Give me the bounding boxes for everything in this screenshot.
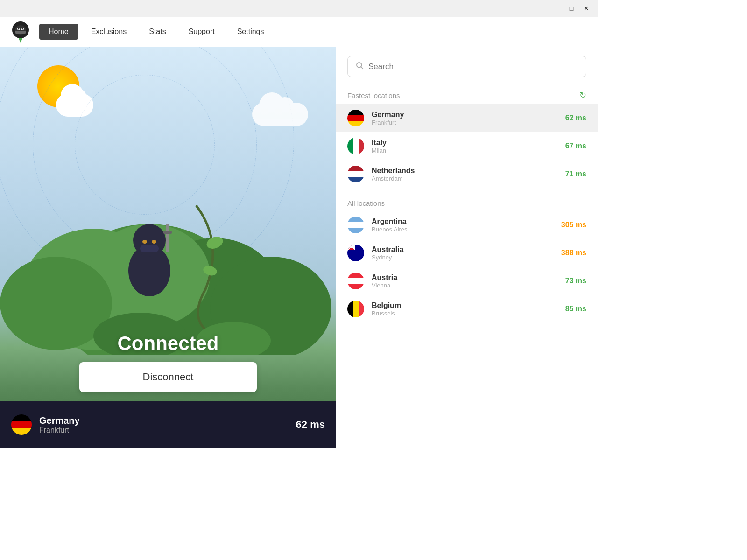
svg-line-27 (361, 67, 363, 69)
italy-city: Milan (372, 147, 558, 154)
belgium-city: Brussels (372, 310, 558, 317)
nav-home[interactable]: Home (39, 24, 78, 40)
flag-italy (347, 138, 364, 154)
germany-country: Germany (372, 111, 558, 119)
italy-ping: 67 ms (565, 142, 586, 150)
minimize-button[interactable]: — (549, 2, 564, 15)
cloud-illustration (252, 103, 308, 126)
location-item-netherlands[interactable]: Netherlands Amsterdam 71 ms (336, 160, 598, 188)
netherlands-city: Amsterdam (372, 175, 558, 182)
nav-settings[interactable]: Settings (228, 24, 274, 40)
argentina-info: Argentina Buenos Aires (372, 217, 554, 233)
svg-marker-8 (19, 38, 22, 43)
search-icon (355, 61, 364, 72)
austria-info: Austria Vienna (372, 273, 558, 289)
svg-rect-7 (15, 31, 26, 34)
fastest-locations-label: Fastest locations (347, 91, 400, 99)
austria-country: Austria (372, 273, 558, 282)
all-locations-label: All locations (347, 199, 385, 207)
bottom-bar: Germany Frankfurt 62 ms (0, 401, 336, 448)
svg-point-23 (152, 240, 156, 244)
australia-ping: 388 ms (561, 249, 586, 257)
belgium-ping: 85 ms (565, 305, 586, 313)
flag-netherlands (347, 166, 364, 182)
bottom-country: Germany (39, 415, 289, 426)
australia-city: Sydney (372, 254, 554, 261)
argentina-ping: 305 ms (561, 221, 586, 229)
location-item-belgium[interactable]: Belgium Brussels 85 ms (336, 295, 598, 323)
right-panel: Fastest locations ↻ Germany Frankfurt 62… (336, 47, 598, 448)
italy-info: Italy Milan (372, 139, 558, 154)
disconnect-button[interactable]: Disconnect (79, 362, 257, 392)
nav-exclusions[interactable]: Exclusions (82, 24, 136, 40)
australia-info: Australia Sydney (372, 245, 554, 261)
nav-bar: Home Exclusions Stats Support Settings (0, 17, 598, 47)
netherlands-ping: 71 ms (565, 170, 586, 178)
flag-argentina (347, 217, 364, 233)
bottom-city: Frankfurt (39, 426, 289, 434)
app-logo (9, 21, 32, 43)
svg-rect-21 (140, 245, 159, 252)
belgium-info: Belgium Brussels (372, 301, 558, 317)
italy-country: Italy (372, 139, 558, 147)
location-item-australia[interactable]: Australia Sydney 388 ms (336, 239, 598, 267)
flag-australia (347, 245, 364, 261)
close-button[interactable]: ✕ (579, 2, 594, 15)
fastest-locations-header: Fastest locations ↻ (336, 86, 598, 104)
nav-support[interactable]: Support (179, 24, 224, 40)
svg-rect-25 (163, 231, 172, 234)
refresh-button[interactable]: ↻ (579, 90, 586, 100)
title-bar: — □ ✕ (0, 0, 598, 17)
germany-city: Frankfurt (372, 119, 558, 126)
left-panel: Connected Disconnect Germany Frankfurt 6… (0, 47, 336, 448)
austria-ping: 73 ms (565, 277, 586, 285)
connected-status-text: Connected (0, 332, 336, 355)
location-item-italy[interactable]: Italy Milan 67 ms (336, 132, 598, 160)
maximize-button[interactable]: □ (564, 2, 579, 15)
location-item-austria[interactable]: Austria Vienna 73 ms (336, 267, 598, 295)
flag-germany (347, 110, 364, 126)
bottom-flag (11, 414, 32, 435)
svg-point-4 (18, 28, 20, 30)
belgium-country: Belgium (372, 301, 558, 310)
svg-point-22 (142, 240, 147, 244)
svg-point-5 (22, 28, 23, 30)
flag-belgium (347, 301, 364, 317)
all-locations-header: All locations (336, 196, 598, 211)
nav-stats[interactable]: Stats (140, 24, 175, 40)
search-input[interactable] (368, 62, 578, 71)
argentina-city: Buenos Aires (372, 226, 554, 233)
bottom-ping: 62 ms (296, 419, 325, 431)
flag-austria (347, 273, 364, 289)
australia-country: Australia (372, 245, 554, 254)
svg-point-26 (357, 63, 362, 68)
germany-info: Germany Frankfurt (372, 111, 558, 126)
germany-ping: 62 ms (565, 114, 586, 122)
location-item-argentina[interactable]: Argentina Buenos Aires 305 ms (336, 211, 598, 239)
argentina-country: Argentina (372, 217, 554, 226)
netherlands-country: Netherlands (372, 167, 558, 175)
bottom-location-info: Germany Frankfurt (39, 415, 289, 434)
location-item-germany-fast[interactable]: Germany Frankfurt 62 ms (336, 104, 598, 132)
svg-rect-24 (166, 224, 169, 252)
search-box (347, 56, 586, 77)
netherlands-info: Netherlands Amsterdam (372, 167, 558, 182)
austria-city: Vienna (372, 282, 558, 289)
